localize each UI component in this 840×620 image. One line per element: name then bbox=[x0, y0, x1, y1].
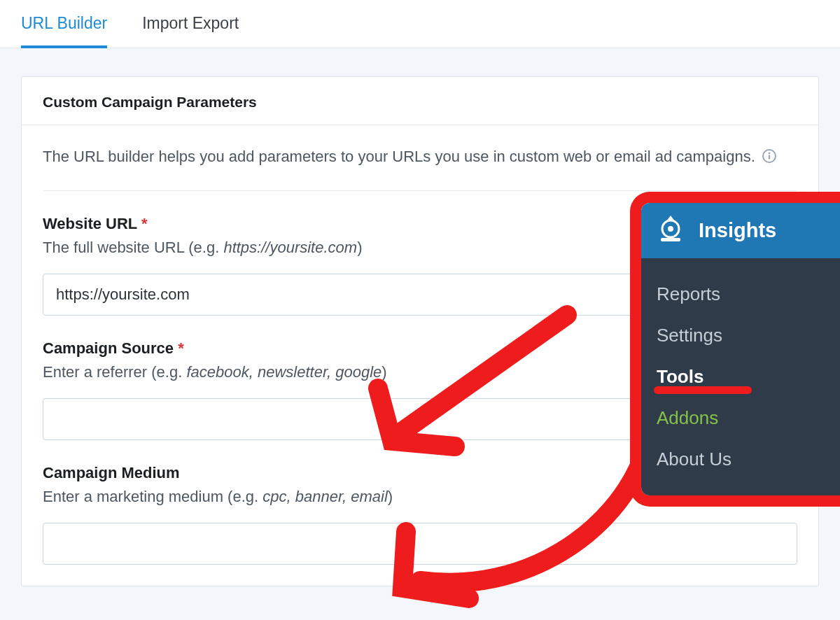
hint-pre: The full website URL (e.g. bbox=[43, 239, 223, 256]
overlay-insights-panel: Insights Reports Settings Tools Addons A… bbox=[630, 192, 840, 507]
panel-menu: Reports Settings Tools Addons About Us bbox=[641, 258, 840, 495]
intro-text: The URL builder helps you add parameters… bbox=[43, 145, 797, 191]
hint-em: cpc, banner, email bbox=[262, 488, 388, 505]
annotation-underline bbox=[654, 386, 752, 394]
menu-item-settings[interactable]: Settings bbox=[641, 315, 840, 356]
hint-post: ) bbox=[357, 239, 362, 256]
insights-logo-icon bbox=[655, 213, 686, 248]
tab-import-export[interactable]: Import Export bbox=[142, 8, 239, 48]
label-text: Website URL bbox=[43, 215, 137, 232]
svg-point-1 bbox=[769, 152, 771, 154]
panel-title: Insights bbox=[699, 219, 776, 242]
menu-item-tools-label: Tools bbox=[657, 366, 704, 387]
info-icon[interactable] bbox=[762, 146, 776, 169]
menu-item-about[interactable]: About Us bbox=[641, 439, 840, 480]
hint-post: ) bbox=[382, 363, 386, 381]
menu-item-tools[interactable]: Tools bbox=[641, 356, 840, 397]
required-star: * bbox=[178, 339, 184, 357]
card-title: Custom Campaign Parameters bbox=[22, 77, 818, 125]
svg-rect-2 bbox=[769, 155, 770, 159]
intro-text-span: The URL builder helps you add parameters… bbox=[43, 148, 755, 165]
hint-post: ) bbox=[388, 488, 393, 505]
input-campaign-medium[interactable] bbox=[43, 523, 797, 565]
tab-bar: URL Builder Import Export bbox=[0, 0, 840, 48]
panel-header: Insights bbox=[641, 203, 840, 258]
label-text: Campaign Medium bbox=[43, 464, 180, 481]
menu-item-reports[interactable]: Reports bbox=[641, 274, 840, 315]
svg-rect-5 bbox=[661, 238, 680, 241]
tab-url-builder[interactable]: URL Builder bbox=[21, 8, 107, 48]
required-star: * bbox=[141, 215, 148, 232]
hint-pre: Enter a referrer (e.g. bbox=[43, 363, 186, 381]
hint-pre: Enter a marketing medium (e.g. bbox=[43, 488, 262, 505]
svg-point-4 bbox=[668, 226, 673, 232]
label-text: Campaign Source bbox=[43, 339, 174, 357]
hint-em: https://yoursite.com bbox=[223, 239, 357, 256]
menu-item-addons[interactable]: Addons bbox=[641, 397, 840, 439]
hint-em: facebook, newsletter, google bbox=[186, 363, 382, 381]
